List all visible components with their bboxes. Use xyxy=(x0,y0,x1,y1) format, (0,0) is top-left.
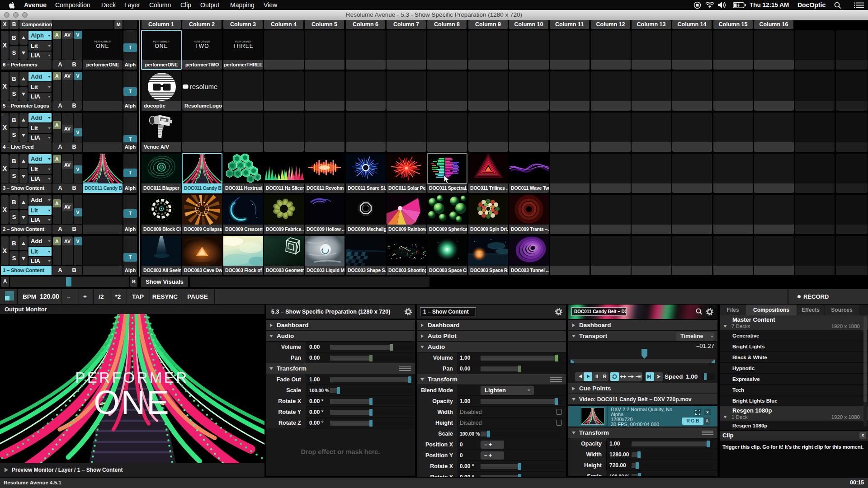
svg-text:ONE: ONE xyxy=(94,384,170,421)
svg-text:resolume: resolume xyxy=(190,83,217,90)
